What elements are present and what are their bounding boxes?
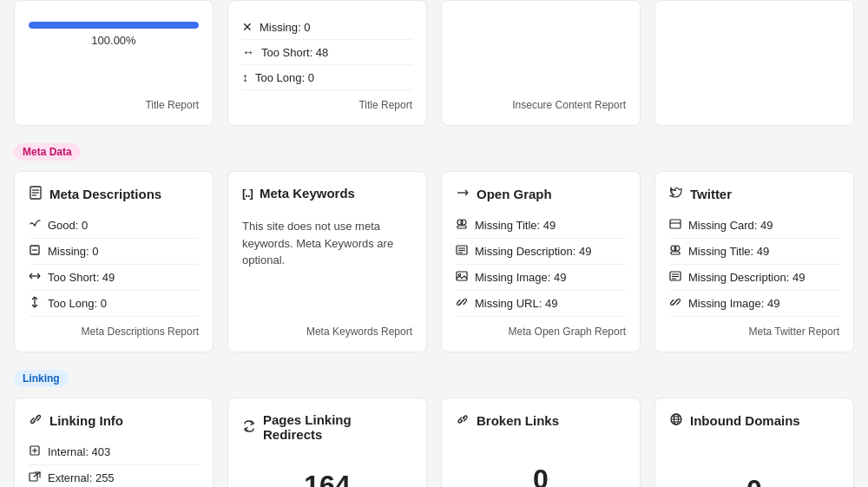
- meta-data-cards: Meta Descriptions Good: 0 Missing: 0: [14, 171, 854, 352]
- too-long-icon: ↕: [242, 70, 248, 84]
- external-icon: [29, 471, 41, 485]
- svg-rect-26: [457, 272, 467, 280]
- md-long-label: Too Long: 0: [48, 297, 107, 310]
- internal-icon: [29, 444, 41, 459]
- placeholder-card-top: [654, 0, 854, 126]
- id-value: 0: [669, 439, 839, 487]
- tw-report-link[interactable]: Meta Twitter Report: [669, 317, 839, 338]
- twitter-card: Twitter Missing Card: 49 Missing Title: …: [654, 171, 854, 352]
- svg-line-28: [460, 300, 464, 304]
- insecure-report-link[interactable]: Insecure Content Report: [456, 90, 626, 111]
- og-desc-icon: [456, 244, 468, 259]
- meta-keywords-body: This site does not use meta keywords. Me…: [242, 211, 412, 317]
- tw-desc-icon: [669, 270, 681, 285]
- meta-keywords-card: [..] Meta Keywords This site does not us…: [227, 171, 427, 352]
- too-short-row: ↔ Too Short: 48: [242, 40, 412, 65]
- tw-card-icon: [669, 218, 681, 233]
- md-long-row: Too Long: 0: [29, 291, 199, 317]
- meta-desc-icon: [29, 186, 43, 202]
- tw-image-icon: [669, 296, 681, 311]
- tw-image-row: Missing Image: 49: [669, 291, 839, 317]
- title-report-link-2[interactable]: Title Report: [242, 90, 412, 111]
- too-long-label: Too Long: 0: [255, 71, 314, 84]
- open-graph-title: Open Graph: [456, 186, 626, 202]
- md-report-link[interactable]: Meta Descriptions Report: [29, 317, 199, 338]
- og-report-link[interactable]: Meta Open Graph Report: [456, 317, 626, 338]
- id-title: Inbound Domains: [669, 412, 839, 429]
- meta-descriptions-card: Meta Descriptions Good: 0 Missing: 0: [14, 171, 214, 352]
- svg-rect-29: [670, 220, 681, 228]
- progress-percent: 100.00%: [91, 34, 135, 47]
- og-desc-label: Missing Description: 49: [475, 245, 591, 258]
- tw-title-row: Missing Title: 49: [669, 239, 839, 265]
- og-url-row: Missing URL: 49: [456, 291, 626, 317]
- linking-info-icon: [29, 412, 43, 429]
- meta-kw-icon: [..]: [242, 187, 253, 200]
- og-url-icon: [456, 296, 468, 311]
- og-image-row: Missing Image: 49: [456, 265, 626, 291]
- progress-bar-fill: [29, 22, 199, 29]
- svg-line-38: [674, 300, 677, 304]
- md-short-icon: [29, 270, 41, 285]
- meta-data-label: Meta Data: [14, 143, 81, 161]
- plr-icon: [242, 419, 256, 436]
- meta-descriptions-title: Meta Descriptions: [29, 186, 199, 202]
- og-image-label: Missing Image: 49: [475, 271, 567, 284]
- tw-image-label: Missing Image: 49: [688, 297, 780, 310]
- og-title-label: Missing Title: 49: [475, 219, 556, 232]
- svg-line-45: [461, 420, 462, 421]
- meta-data-section: Meta Data Meta Descriptions: [14, 140, 854, 352]
- id-icon: [669, 412, 683, 429]
- og-desc-row: Missing Description: 49: [456, 239, 626, 265]
- md-good-icon: [29, 218, 41, 233]
- missing-row: ✕ Missing: 0: [242, 15, 412, 40]
- linking-cards: Linking Info Internal: 403 External: 255: [14, 398, 854, 487]
- title-progress-card: 100.00% Title Report: [14, 0, 214, 126]
- twitter-icon: [669, 186, 683, 202]
- svg-rect-21: [457, 226, 466, 228]
- md-short-row: Too Short: 49: [29, 265, 199, 291]
- tw-title-label: Missing Title: 49: [688, 245, 769, 258]
- too-short-icon: ↔: [242, 45, 254, 59]
- linking-info-card: Linking Info Internal: 403 External: 255: [14, 398, 214, 487]
- plr-title: Pages Linking Redirects: [242, 412, 412, 442]
- linking-section: Linking Linking Info Internal: 403: [14, 366, 854, 487]
- svg-rect-33: [671, 252, 680, 254]
- internal-label: Internal: 403: [48, 445, 110, 458]
- tw-desc-label: Missing Description: 49: [688, 271, 805, 284]
- tw-card-row: Missing Card: 49: [669, 213, 839, 239]
- too-short-label: Too Short: 48: [261, 46, 328, 59]
- twitter-title: Twitter: [669, 186, 839, 202]
- bl-title: Broken Links: [456, 412, 626, 429]
- svg-point-27: [458, 273, 460, 275]
- tw-desc-row: Missing Description: 49: [669, 265, 839, 291]
- svg-point-32: [674, 246, 680, 251]
- md-missing-icon: [29, 244, 41, 259]
- og-title-icon: [456, 218, 468, 233]
- insecure-content-card: Insecure Content Report: [441, 0, 641, 126]
- md-short-label: Too Short: 49: [48, 271, 115, 284]
- mk-report-link[interactable]: Meta Keywords Report: [242, 317, 412, 338]
- broken-links-card: Broken Links 0 Broken Links Report: [441, 398, 641, 487]
- title-report-link-1[interactable]: Title Report: [29, 90, 199, 111]
- tw-title-icon: [669, 244, 681, 259]
- open-graph-card: Open Graph Missing Title: 49 Missing Des…: [441, 171, 641, 352]
- too-long-row: ↕ Too Long: 0: [242, 65, 412, 90]
- missing-label: Missing: 0: [260, 21, 311, 34]
- svg-line-46: [464, 418, 464, 419]
- og-icon: [456, 186, 470, 202]
- og-title-row: Missing Title: 49: [456, 213, 626, 239]
- bl-value: 0: [456, 439, 626, 487]
- md-missing-row: Missing: 0: [29, 239, 199, 265]
- og-url-label: Missing URL: 49: [475, 297, 557, 310]
- bl-icon: [456, 412, 470, 429]
- svg-point-20: [461, 220, 466, 225]
- tw-card-label: Missing Card: 49: [688, 219, 773, 232]
- progress-bar-wrap: 100.00%: [29, 15, 199, 54]
- md-missing-label: Missing: 0: [48, 245, 99, 258]
- external-row: External: 255: [29, 465, 199, 487]
- title-counts-card: ✕ Missing: 0 ↔ Too Short: 48 ↕ Too Long:…: [227, 0, 427, 126]
- linking-label: Linking: [14, 370, 69, 387]
- missing-icon: ✕: [242, 20, 253, 34]
- insecure-empty: [456, 15, 626, 90]
